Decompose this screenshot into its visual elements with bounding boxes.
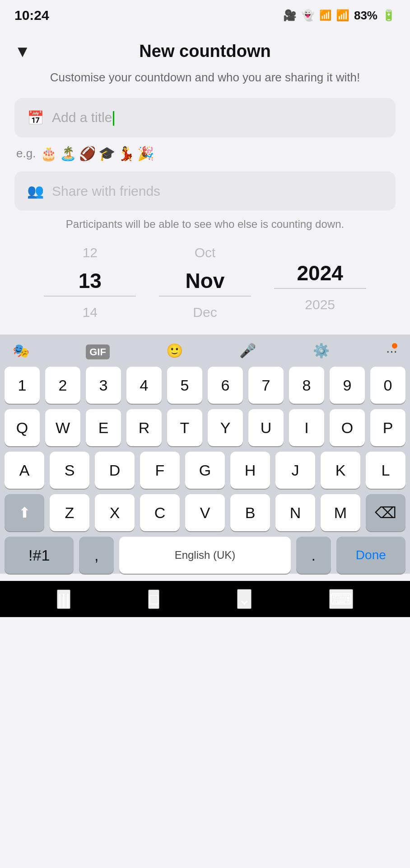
period-button[interactable]: . [296,537,331,574]
day-prev: 12 [83,245,98,260]
special-chars-button[interactable]: !#1 [5,537,74,574]
key-4[interactable]: 4 [126,367,162,404]
emoji-birthday: 🎂 [40,146,57,161]
month-prev: Oct [195,245,216,260]
special-chars-label: !#1 [28,547,50,564]
done-button[interactable]: Done [336,537,405,574]
key-z[interactable]: Z [50,494,89,531]
year-column[interactable]: 2024 2025 [262,253,377,312]
key-s[interactable]: S [50,452,89,489]
keyboard-nav-button[interactable]: ⌨ [329,589,353,609]
share-input-field[interactable]: 👥 Share with friends [14,171,396,211]
key-f[interactable]: F [140,452,180,489]
key-r[interactable]: R [126,409,162,446]
key-d[interactable]: D [95,452,135,489]
space-button[interactable]: English (UK) [119,537,291,574]
year-next: 2025 [305,297,335,312]
title-input-field[interactable]: 📅 Add a title [14,98,396,137]
bottom-row: !#1 , English (UK) . Done [5,537,405,574]
sticker-button[interactable]: 🎭 [13,343,29,359]
calendar-icon: 📅 [27,110,44,126]
gif-button[interactable]: GIF [86,343,110,359]
keyboard: 🎭 GIF 🙂 🎤 ⚙️ ··· 1 2 3 4 5 6 7 8 9 0 Q W… [0,335,410,574]
key-n[interactable]: N [275,494,315,531]
key-y[interactable]: Y [208,409,243,446]
key-0[interactable]: 0 [370,367,405,404]
key-c[interactable]: C [140,494,180,531]
subtitle: Customise your countdown and who you are… [14,69,396,85]
backspace-button[interactable]: ⌫ [366,494,405,531]
key-k[interactable]: K [321,452,360,489]
key-x[interactable]: X [95,494,135,531]
bluetooth-icon: 📶 [319,9,331,21]
day-selected: 13 [79,269,102,293]
day-next: 14 [83,305,98,320]
gif-label: GIF [86,344,110,359]
participants-note: Participants will be able to see who els… [14,218,396,231]
notification-dot [392,343,397,349]
battery-icon: 🔋 [382,9,396,22]
key-q[interactable]: Q [5,409,40,446]
snapchat-icon: 👻 [301,9,315,22]
space-label: English (UK) [175,549,236,561]
bottom-nav: ||| □ ⌄ ⌨ [0,581,410,617]
header: ▼ New countdown [14,42,396,61]
key-h[interactable]: H [230,452,270,489]
key-2[interactable]: 2 [45,367,80,404]
emoji-football: 🏈 [79,146,96,161]
app-content: ▼ New countdown Customise your countdown… [0,31,410,320]
day-column[interactable]: 12 13 14 [33,245,148,320]
key-l[interactable]: L [366,452,405,489]
home-nav-button[interactable]: □ [148,590,159,609]
friends-icon: 👥 [27,183,44,199]
zxcv-row: ⬆ Z X C V B N M ⌫ [5,494,405,531]
key-j[interactable]: J [275,452,315,489]
key-6[interactable]: 6 [208,367,243,404]
month-column[interactable]: Oct Nov Dec [148,245,263,320]
emoji-island: 🏝️ [60,146,76,161]
month-next: Dec [193,305,217,320]
key-3[interactable]: 3 [86,367,121,404]
key-1[interactable]: 1 [5,367,40,404]
key-b[interactable]: B [230,494,270,531]
date-picker[interactable]: 12 13 14 Oct Nov Dec 2024 2025 [14,245,396,320]
settings-button[interactable]: ⚙️ [313,343,330,359]
key-i[interactable]: I [289,409,324,446]
battery-text: 83% [354,9,377,23]
wifi-icon: 📶 [336,9,349,22]
title-placeholder: Add a title [52,110,383,126]
status-time: 10:24 [14,8,49,23]
back-button[interactable]: ▼ [14,42,31,61]
year-underline [274,288,366,289]
key-5[interactable]: 5 [167,367,202,404]
key-9[interactable]: 9 [330,367,365,404]
page-title: New countdown [139,42,270,61]
key-t[interactable]: T [167,409,202,446]
more-button[interactable]: ··· [386,343,397,359]
down-nav-button[interactable]: ⌄ [237,589,252,609]
mic-button[interactable]: 🎤 [239,343,256,359]
key-m[interactable]: M [321,494,360,531]
number-row: 1 2 3 4 5 6 7 8 9 0 [5,367,405,404]
key-a[interactable]: A [5,452,44,489]
emoji-label: e.g. [16,146,36,160]
emoji-examples-row: e.g. 🎂 🏝️ 🏈 🎓 💃 🎉 [14,146,396,161]
share-placeholder: Share with friends [52,184,160,199]
key-p[interactable]: P [370,409,405,446]
key-8[interactable]: 8 [289,367,324,404]
comma-button[interactable]: , [79,537,114,574]
status-icons: 🎥 👻 📶 📶 83% 🔋 [283,9,396,23]
shift-button[interactable]: ⬆ [5,494,44,531]
done-label: Done [356,548,386,562]
keyboard-rows: 1 2 3 4 5 6 7 8 9 0 Q W E R T Y U I O P … [0,363,410,574]
key-w[interactable]: W [45,409,80,446]
key-u[interactable]: U [248,409,284,446]
key-7[interactable]: 7 [248,367,284,404]
key-o[interactable]: O [330,409,365,446]
back-nav-button[interactable]: ||| [57,590,71,609]
key-e[interactable]: E [86,409,121,446]
key-g[interactable]: G [185,452,225,489]
emoji-button[interactable]: 🙂 [166,343,183,359]
key-v[interactable]: V [185,494,225,531]
comma-label: , [94,547,98,564]
